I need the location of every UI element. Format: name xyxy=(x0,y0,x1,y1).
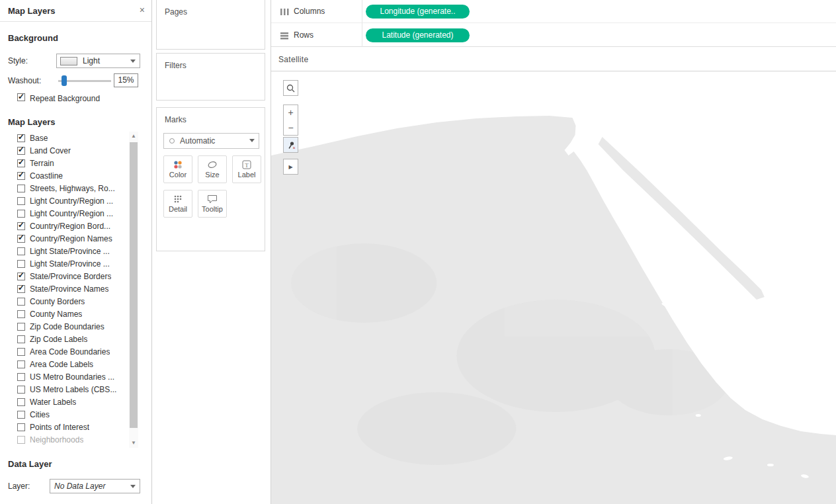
layer-checkbox[interactable] xyxy=(17,273,25,280)
layer-label: US Metro Labels (CBS... xyxy=(30,385,116,394)
mark-type-dropdown[interactable]: Automatic xyxy=(163,133,259,149)
layer-item[interactable]: State/Province Borders xyxy=(8,270,128,282)
tooltip-button[interactable]: Tooltip xyxy=(198,190,227,218)
layer-checkbox[interactable] xyxy=(17,185,25,192)
layer-item[interactable]: County Borders xyxy=(8,295,128,308)
layer-item[interactable]: State/Province Names xyxy=(8,282,128,295)
color-button[interactable]: Color xyxy=(163,155,192,183)
pages-shelf[interactable]: Pages xyxy=(156,0,265,50)
layer-item[interactable]: Country/Region Bord... xyxy=(8,220,128,232)
layer-checkbox[interactable] xyxy=(17,373,25,381)
tooltip-icon xyxy=(207,194,218,204)
washout-slider[interactable] xyxy=(58,73,111,88)
columns-pill-longitude[interactable]: Longitude (generate.. xyxy=(366,5,470,19)
chevron-down-icon xyxy=(130,485,136,488)
layer-item[interactable]: Area Code Boundaries xyxy=(8,345,128,358)
layer-checkbox[interactable] xyxy=(17,260,25,268)
map-pin-button[interactable]: × xyxy=(283,137,298,153)
map-canvas[interactable] xyxy=(271,71,836,504)
layer-item[interactable]: Light State/Province ... xyxy=(8,257,128,270)
background-heading: Background xyxy=(8,33,58,43)
zoom-in-button[interactable]: + xyxy=(283,105,298,120)
style-row: Style: Light xyxy=(0,54,152,69)
layer-label: Country/Region Names xyxy=(30,234,112,243)
layer-checkbox[interactable] xyxy=(17,147,25,155)
layer-checkbox[interactable] xyxy=(17,235,25,243)
layer-item[interactable]: Points of Interest xyxy=(8,421,128,433)
layer-checkbox[interactable] xyxy=(17,335,25,343)
layer-item[interactable]: Country/Region Names xyxy=(8,232,128,245)
layer-checkbox[interactable] xyxy=(17,210,25,218)
layer-item[interactable]: Terrain xyxy=(8,157,128,169)
layer-item[interactable]: US Metro Labels (CBS... xyxy=(8,383,128,396)
chevron-down-icon xyxy=(249,139,255,142)
color-icon xyxy=(173,160,183,169)
layer-item[interactable]: Land Cover xyxy=(8,144,128,157)
scroll-down-icon[interactable]: ▼ xyxy=(129,439,138,448)
repeat-background-label: Repeat Background xyxy=(30,94,100,103)
scrollbar-thumb[interactable] xyxy=(130,142,138,428)
layer-checkbox[interactable] xyxy=(17,386,25,394)
size-button[interactable]: Size xyxy=(198,155,227,183)
filters-shelf[interactable]: Filters xyxy=(156,53,265,101)
layer-checkbox[interactable] xyxy=(17,247,25,255)
layer-item[interactable]: Coastline xyxy=(8,169,128,182)
layer-checkbox[interactable] xyxy=(17,298,25,306)
style-value: Light xyxy=(83,56,100,65)
map-view[interactable]: + − × ▶ xyxy=(271,71,836,504)
layer-label: US Metro Boundaries ... xyxy=(30,372,114,382)
layer-label: Terrain xyxy=(30,159,54,168)
slider-handle[interactable] xyxy=(62,75,67,86)
layer-checkbox[interactable] xyxy=(17,172,25,180)
layer-item[interactable]: Light State/Province ... xyxy=(8,245,128,257)
label-button[interactable]: T Label xyxy=(232,155,261,183)
label-button-label: Label xyxy=(238,171,256,179)
map-search-button[interactable] xyxy=(283,80,298,96)
layer-label: Points of Interest xyxy=(30,423,89,432)
layer-item[interactable]: Zip Code Boundaries xyxy=(8,320,128,333)
repeat-background-option[interactable]: Repeat Background xyxy=(0,92,152,105)
layer-checkbox[interactable] xyxy=(17,411,25,419)
layer-checkbox[interactable] xyxy=(17,310,25,318)
layer-checkbox[interactable] xyxy=(17,423,25,431)
layer-item[interactable]: County Names xyxy=(8,308,128,320)
layer-item[interactable]: Neighborhoods xyxy=(8,433,128,446)
layers-scrollbar[interactable]: ▲ ▼ xyxy=(129,132,138,448)
layer-checkbox[interactable] xyxy=(17,197,25,205)
data-layer-dropdown[interactable]: No Data Layer xyxy=(50,479,140,493)
zoom-out-button[interactable]: − xyxy=(283,120,298,136)
washout-value-input[interactable]: 15% xyxy=(114,73,138,87)
repeat-background-checkbox[interactable] xyxy=(17,93,25,101)
close-icon[interactable]: × xyxy=(140,5,145,15)
layer-checkbox[interactable] xyxy=(17,436,25,444)
layer-checkbox[interactable] xyxy=(17,222,25,230)
style-dropdown[interactable]: Light xyxy=(56,54,140,68)
rows-label: Rows xyxy=(294,30,314,40)
columns-shelf[interactable]: Columns Longitude (generate.. xyxy=(271,0,836,23)
layer-checkbox[interactable] xyxy=(17,134,25,142)
layer-item[interactable]: Base xyxy=(8,132,128,144)
layer-checkbox[interactable] xyxy=(17,360,25,368)
rows-pill-latitude[interactable]: Latitude (generated) xyxy=(366,28,470,42)
layer-item[interactable]: Light Country/Region ... xyxy=(8,207,128,220)
layer-checkbox[interactable] xyxy=(17,398,25,406)
layer-label: Neighborhoods xyxy=(30,435,83,444)
layer-checkbox[interactable] xyxy=(17,159,25,167)
map-tools-expand-button[interactable]: ▶ xyxy=(283,159,298,175)
detail-button[interactable]: Detail xyxy=(163,190,192,218)
data-layer-row: Layer: No Data Layer xyxy=(0,479,152,495)
layer-checkbox[interactable] xyxy=(17,323,25,331)
layer-checkbox[interactable] xyxy=(17,285,25,293)
layer-item[interactable]: Water Labels xyxy=(8,396,128,408)
layer-item[interactable]: Light Country/Region ... xyxy=(8,194,128,207)
rows-shelf[interactable]: Rows Latitude (generated) xyxy=(271,24,836,47)
layer-checkbox[interactable] xyxy=(17,348,25,356)
layer-item[interactable]: Zip Code Labels xyxy=(8,333,128,345)
layer-item[interactable]: Streets, Highways, Ro... xyxy=(8,182,128,194)
layer-label: Light Country/Region ... xyxy=(30,209,113,218)
layer-item[interactable]: US Metro Boundaries ... xyxy=(8,370,128,383)
layer-item[interactable]: Cities xyxy=(8,408,128,421)
layer-item[interactable]: Area Code Labels xyxy=(8,358,128,370)
size-icon xyxy=(207,160,218,169)
scroll-up-icon[interactable]: ▲ xyxy=(129,132,138,141)
